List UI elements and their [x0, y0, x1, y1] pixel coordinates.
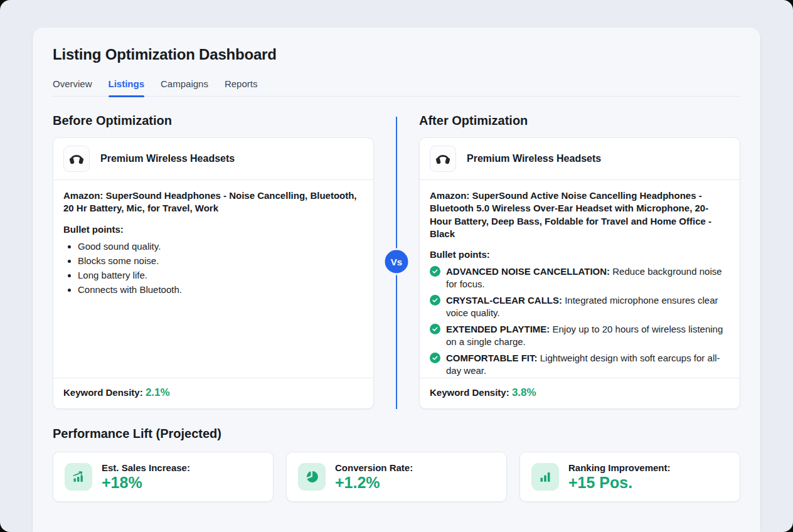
- bullet-item: Good sound quality.: [78, 240, 363, 253]
- before-card-footer: Keyword Density: 2.1%: [53, 378, 373, 408]
- keyword-density-value: 2.1%: [146, 386, 170, 398]
- metric-value: +1.2%: [335, 474, 413, 492]
- after-column: After Optimization Pr: [419, 114, 740, 409]
- check-circle-icon: [430, 324, 440, 348]
- after-bullets-label: Bullet points:: [430, 249, 730, 260]
- after-bullet-list: ADVANCED NOISE CANCELLATION: Reduce back…: [430, 265, 730, 378]
- performance-heading: Performance Lift (Projected): [53, 427, 740, 441]
- metric-label: Est. Sales Increase:: [102, 462, 190, 473]
- after-card-body: Amazon: SuperSound Active Noise Cancelli…: [420, 180, 740, 378]
- headphones-icon: [432, 147, 454, 171]
- before-listing-card: Premium Wireless Headsets Amazon: SuperS…: [53, 137, 374, 409]
- metric-value: +18%: [102, 474, 190, 492]
- after-product-name: Premium Wireless Headsets: [467, 153, 601, 164]
- bullet-item: ADVANCED NOISE CANCELLATION: Reduce back…: [430, 265, 730, 290]
- dashboard-card: Listing Optimization Dashboard Overview …: [33, 28, 760, 532]
- after-listing-title: Amazon: SuperSound Active Noise Cancelli…: [430, 189, 730, 240]
- tab-overview[interactable]: Overview: [53, 78, 92, 96]
- bar-chart-icon: [531, 463, 559, 491]
- tab-bar: Overview Listings Campaigns Reports: [53, 78, 740, 97]
- after-listing-card: Premium Wireless Headsets Amazon: SuperS…: [419, 137, 740, 409]
- metric-value: +15 Pos.: [568, 474, 671, 492]
- before-bullets-label: Bullet points:: [63, 224, 363, 235]
- comparison-section: Before Optimization P: [53, 114, 740, 409]
- before-heading: Before Optimization: [53, 114, 374, 128]
- vs-divider-column: Vs: [374, 114, 419, 409]
- product-image: [430, 146, 456, 172]
- keyword-density-label: Keyword Density:: [430, 387, 509, 398]
- after-card-footer: Keyword Density: 3.8%: [420, 378, 740, 408]
- keyword-density-value: 3.8%: [512, 386, 536, 398]
- before-card-header: Premium Wireless Headsets: [53, 138, 373, 180]
- metric-card-conversion: Conversion Rate: +1.2%: [286, 452, 507, 502]
- tab-reports[interactable]: Reports: [225, 78, 258, 96]
- bullet-item: Connects with Bluetooth.: [78, 283, 363, 297]
- before-card-body: Amazon: SuperSound Headphones - Noise Ca…: [53, 180, 373, 378]
- headphones-icon: [66, 147, 87, 171]
- metric-label: Conversion Rate:: [335, 462, 413, 473]
- tab-campaigns[interactable]: Campaigns: [161, 78, 208, 96]
- before-listing-title: Amazon: SuperSound Headphones - Noise Ca…: [63, 189, 363, 215]
- bullet-item: EXTENDED PLAYTIME: Enjoy up to 20 hours …: [430, 323, 730, 348]
- metric-card-sales: Est. Sales Increase: +18%: [53, 452, 274, 502]
- metrics-row: Est. Sales Increase: +18% Conversion Rat…: [53, 452, 740, 502]
- after-heading: After Optimization: [419, 114, 740, 128]
- after-card-header: Premium Wireless Headsets: [420, 138, 740, 180]
- bullet-item: CRYSTAL-CLEAR CALLS: Integrated micropho…: [430, 294, 730, 319]
- bullet-item: Long battery life.: [78, 269, 363, 282]
- bullet-item: Blocks some noise.: [78, 254, 363, 268]
- app-window: Listing Optimization Dashboard Overview …: [0, 0, 793, 532]
- check-circle-icon: [430, 295, 440, 319]
- bullet-item: COMFORTABLE FIT: Lightweight design with…: [430, 352, 730, 377]
- trending-up-chart-icon: [65, 463, 92, 491]
- page-title: Listing Optimization Dashboard: [53, 28, 740, 63]
- pie-chart-icon: [298, 463, 326, 491]
- metric-label: Ranking Improvement:: [568, 462, 671, 473]
- keyword-density-label: Keyword Density:: [63, 387, 143, 398]
- check-circle-icon: [430, 353, 440, 377]
- metric-card-ranking: Ranking Improvement: +15 Pos.: [519, 452, 740, 502]
- before-bullet-list: Good sound quality. Blocks some noise. L…: [63, 240, 363, 297]
- tab-listings[interactable]: Listings: [109, 78, 145, 96]
- vs-badge: Vs: [383, 248, 410, 275]
- check-circle-icon: [430, 266, 440, 290]
- before-product-name: Premium Wireless Headsets: [100, 153, 235, 164]
- product-image: [63, 146, 90, 172]
- before-column: Before Optimization P: [53, 114, 374, 409]
